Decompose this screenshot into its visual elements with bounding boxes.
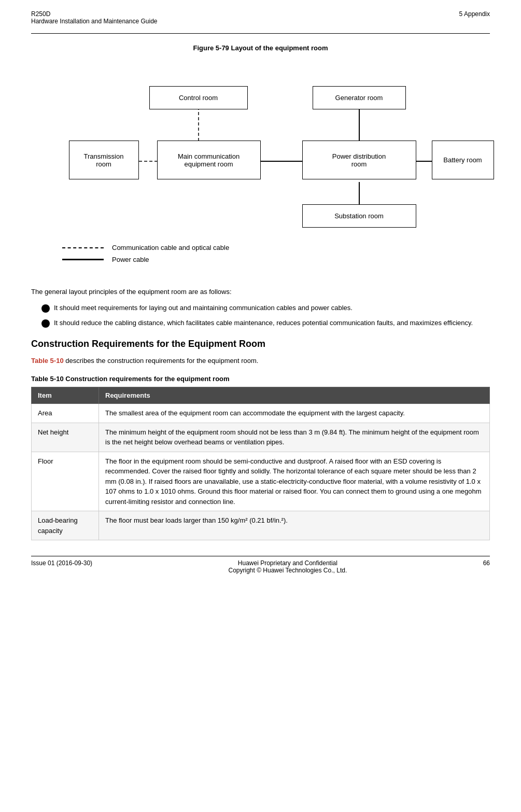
footer-left: Issue 01 (2016-09-30) xyxy=(31,559,92,574)
table-cell-requirements: The floor must bear loads larger than 15… xyxy=(99,511,490,540)
table-cell-item: Area xyxy=(32,404,99,423)
dashed-line-label: Communication cable and optical cable xyxy=(112,244,229,251)
battery-room-box: Battery room xyxy=(432,141,494,179)
table-row: Load-bearing capacityThe floor must bear… xyxy=(32,511,490,540)
figure-title-rest: Layout of the equipment room xyxy=(229,44,328,52)
bullet-text-2: It should reduce the cabling distance, w… xyxy=(54,318,473,329)
table-cell-requirements: The floor in the equipment room should b… xyxy=(99,452,490,511)
figure-title: Figure 5-79 Layout of the equipment room xyxy=(31,44,490,52)
table-ref-after: describes the construction requirements … xyxy=(64,357,259,365)
col-header-requirements: Requirements xyxy=(99,387,490,404)
table-title: Table 5-10 Construction requirements for… xyxy=(31,375,490,383)
legend-solid: Power cable xyxy=(62,256,353,263)
bullet-item-1: It should meet requirements for laying o… xyxy=(41,303,490,314)
solid-line-label: Power cable xyxy=(112,256,149,263)
dashed-line-icon xyxy=(62,247,104,248)
equipment-room-diagram: Control room Generator room Transmission… xyxy=(59,60,463,231)
page-header: R250D Hardware Installation and Maintena… xyxy=(31,10,490,25)
footer-center-line2: Copyright © Huawei Technologies Co., Ltd… xyxy=(228,567,347,574)
table-row: FloorThe floor in the equipment room sho… xyxy=(32,452,490,511)
header-product: R250D xyxy=(31,10,157,18)
table-title-bold: Table 5-10 xyxy=(31,375,64,383)
col-header-item: Item xyxy=(32,387,99,404)
table-cell-requirements: The smallest area of the equipment room … xyxy=(99,404,490,423)
requirements-table: Item Requirements AreaThe smallest area … xyxy=(31,387,490,540)
power-dist-room-box: Power distribution room xyxy=(302,141,416,179)
table-row: AreaThe smallest area of the equipment r… xyxy=(32,404,490,423)
table-cell-item: Floor xyxy=(32,452,99,511)
table-title-rest: Construction requirements for the equipm… xyxy=(64,375,230,383)
table-header-row: Item Requirements xyxy=(32,387,490,404)
main-comm-room-box: Main communication equipment room xyxy=(157,141,261,179)
page-footer: Issue 01 (2016-09-30) Huawei Proprietary… xyxy=(31,556,490,574)
substation-room-box: Substation room xyxy=(302,204,416,228)
table-cell-requirements: The minimum height of the equipment room… xyxy=(99,423,490,452)
header-chapter: 5 Appendix xyxy=(459,10,490,25)
bullet-list: It should meet requirements for laying o… xyxy=(41,303,490,329)
bullet-text-1: It should meet requirements for laying o… xyxy=(54,303,353,314)
footer-center: Huawei Proprietary and Confidential Copy… xyxy=(228,559,347,574)
solid-line-icon xyxy=(62,259,104,260)
header-left: R250D Hardware Installation and Maintena… xyxy=(31,10,157,25)
table-row: Net heightThe minimum height of the equi… xyxy=(32,423,490,452)
table-cell-item: Net height xyxy=(32,423,99,452)
table-ref-link[interactable]: Table 5-10 xyxy=(31,357,64,365)
table-ref-text: Table 5-10 describes the construction re… xyxy=(31,356,490,367)
header-guide-title: Hardware Installation and Maintenance Gu… xyxy=(31,18,157,25)
bullet-dot-1 xyxy=(41,304,50,313)
footer-center-line1: Huawei Proprietary and Confidential xyxy=(228,559,347,567)
generator-room-box: Generator room xyxy=(313,86,406,109)
table-cell-item: Load-bearing capacity xyxy=(32,511,99,540)
transmission-room-box: Transmission room xyxy=(69,141,139,179)
bullet-item-2: It should reduce the cabling distance, w… xyxy=(41,318,490,329)
bullet-dot-2 xyxy=(41,319,50,328)
section-heading: Construction Requirements for the Equipm… xyxy=(31,339,490,349)
legend-dashed: Communication cable and optical cable xyxy=(62,244,353,251)
control-room-box: Control room xyxy=(149,86,248,109)
footer-right: 66 xyxy=(483,559,490,574)
figure-title-bold: Figure 5-79 xyxy=(193,44,229,52)
intro-text: The general layout principles of the equ… xyxy=(31,287,490,298)
diagram-legend: Communication cable and optical cable Po… xyxy=(62,244,353,263)
